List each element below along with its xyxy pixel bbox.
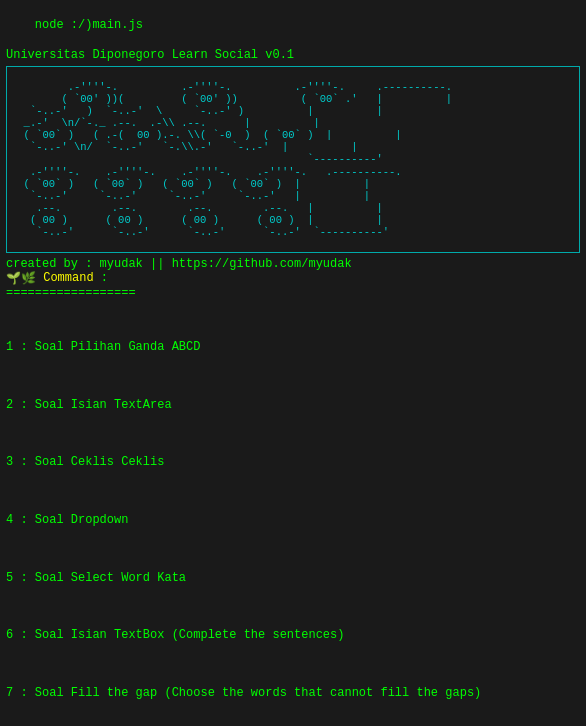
ascii-art-text: .-''''-. .-''''-. .-''''-. .----------. … (11, 81, 452, 238)
menu-item-5[interactable]: 5 : Soal Select Word Kata (6, 569, 580, 588)
menu-item-7[interactable]: 7 : Soal Fill the gap (Choose the words … (6, 684, 580, 703)
menu-item-4[interactable]: 4 : Soal Dropdown (6, 511, 580, 530)
menu-item-2[interactable]: 2 : Soal Isian TextArea (6, 396, 580, 415)
created-by: created by : myudak || https://github.co… (6, 257, 580, 271)
command-colon: : (94, 271, 108, 285)
separator-top: ================== (6, 286, 580, 300)
menu-item-3[interactable]: 3 : Soal Ceklis Ceklis (6, 453, 580, 472)
node-command: node :/)main.js (35, 18, 143, 32)
menu-item-1[interactable]: 1 : Soal Pilihan Ganda ABCD (6, 338, 580, 357)
menu-item-6[interactable]: 6 : Soal Isian TextBox (Complete the sen… (6, 626, 580, 645)
menu-list: 1 : Soal Pilihan Ganda ABCD 2 : Soal Isi… (6, 300, 580, 726)
ascii-art: .-''''-. .-''''-. .-''''-. .----------. … (6, 66, 580, 253)
app-subtitle: Universitas Diponegoro Learn Social v0.1 (6, 48, 580, 62)
terminal: node :/)main.js Universitas Diponegoro L… (0, 0, 586, 726)
command-keyword: Command (43, 271, 93, 285)
terminal-title-line: node :/)main.js (6, 4, 580, 46)
emoji-icons: 🌱🌿 (6, 271, 43, 286)
command-line: 🌱🌿 Command : (6, 271, 580, 286)
